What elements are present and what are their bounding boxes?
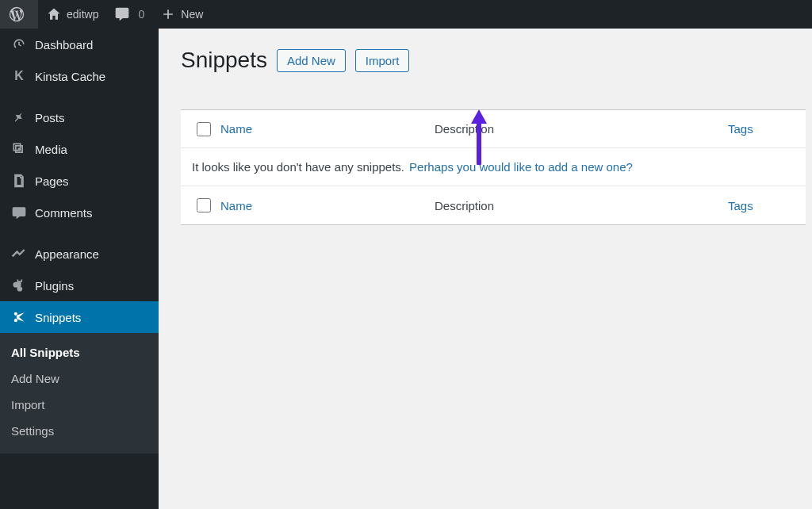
adminbar-wp-logo[interactable] xyxy=(0,0,38,29)
snippets-table: Name Description Tags It looks like you … xyxy=(181,109,806,225)
import-button[interactable]: Import xyxy=(355,49,410,72)
sidebar-item-comments[interactable]: Comments xyxy=(0,197,159,228)
sidebar-label: Kinsta Cache xyxy=(35,70,105,83)
pin-icon xyxy=(10,109,29,125)
submenu-item-all-snippets[interactable]: All Snippets xyxy=(0,339,159,365)
select-all-cell xyxy=(187,122,220,136)
sidebar-label: Pages xyxy=(35,174,69,188)
sidebar-item-posts[interactable]: Posts xyxy=(0,101,159,133)
sidebar-submenu-snippets: All Snippets Add New Import Settings xyxy=(0,333,159,454)
admin-sidebar: Dashboard K Kinsta Cache Posts Media Pag… xyxy=(0,29,159,509)
plugins-icon xyxy=(10,277,29,293)
sidebar-label: Plugins xyxy=(35,279,74,293)
svg-point-0 xyxy=(17,147,20,150)
sidebar-label: Appearance xyxy=(35,247,99,261)
comment-bubble-icon xyxy=(114,6,130,22)
column-footer-description: Description xyxy=(435,199,728,212)
adminbar-comments-count: 0 xyxy=(138,8,144,21)
column-header-description: Description xyxy=(435,122,728,136)
comments-icon xyxy=(10,205,29,220)
sidebar-item-kinsta-cache[interactable]: K Kinsta Cache xyxy=(0,60,159,92)
sidebar-item-media[interactable]: Media xyxy=(0,133,159,165)
empty-message-text: It looks like you don't have any snippet… xyxy=(192,160,404,174)
adminbar-comments[interactable]: 0 xyxy=(106,0,152,29)
column-header-tags[interactable]: Tags xyxy=(728,122,799,136)
adminbar-site-link[interactable]: editwp xyxy=(38,0,106,29)
adminbar-new-label: New xyxy=(181,8,203,21)
admin-bar: editwp 0 New xyxy=(0,0,812,29)
plus-icon xyxy=(160,6,176,22)
sidebar-item-pages[interactable]: Pages xyxy=(0,165,159,197)
sidebar-label: Media xyxy=(35,143,67,156)
column-header-name[interactable]: Name xyxy=(220,122,435,136)
submenu-item-settings[interactable]: Settings xyxy=(0,418,159,444)
home-icon xyxy=(46,6,62,22)
sidebar-label: Comments xyxy=(35,206,93,220)
sidebar-separator xyxy=(0,228,159,238)
pages-icon xyxy=(10,173,29,189)
wordpress-logo-icon xyxy=(8,6,25,23)
select-all-cell-footer xyxy=(187,198,220,212)
empty-message-link[interactable]: Perhaps you would like to add a new one? xyxy=(409,160,633,174)
page-title: Snippets xyxy=(181,48,267,73)
scissors-icon xyxy=(10,309,29,325)
submenu-item-add-new[interactable]: Add New xyxy=(0,365,159,392)
sidebar-label: Snippets xyxy=(35,311,81,324)
sidebar-label: Dashboard xyxy=(35,38,93,52)
add-new-button[interactable]: Add New xyxy=(277,49,346,72)
adminbar-site-name: editwp xyxy=(67,8,98,21)
table-footer-row: Name Description Tags xyxy=(181,186,806,224)
sidebar-item-plugins[interactable]: Plugins xyxy=(0,270,159,301)
sidebar-item-snippets[interactable]: Snippets xyxy=(0,301,159,333)
select-all-checkbox[interactable] xyxy=(197,122,211,136)
submenu-item-import[interactable]: Import xyxy=(0,392,159,418)
sidebar-label: Posts xyxy=(35,111,65,124)
appearance-icon xyxy=(10,246,29,262)
column-footer-tags[interactable]: Tags xyxy=(728,199,799,212)
sidebar-separator xyxy=(0,92,159,101)
column-footer-name[interactable]: Name xyxy=(220,199,435,212)
select-all-checkbox-footer[interactable] xyxy=(197,198,211,212)
adminbar-new[interactable]: New xyxy=(152,0,211,29)
sidebar-item-dashboard[interactable]: Dashboard xyxy=(0,29,159,60)
sidebar-item-appearance[interactable]: Appearance xyxy=(0,238,159,270)
main-content: Snippets Add New Import Name Description… xyxy=(159,29,812,509)
media-icon xyxy=(10,141,29,157)
kinsta-icon: K xyxy=(10,69,29,83)
table-empty-row: It looks like you don't have any snippet… xyxy=(181,148,806,186)
dashboard-icon xyxy=(10,36,29,52)
page-header: Snippets Add New Import xyxy=(181,48,806,73)
table-header-row: Name Description Tags xyxy=(181,110,806,148)
